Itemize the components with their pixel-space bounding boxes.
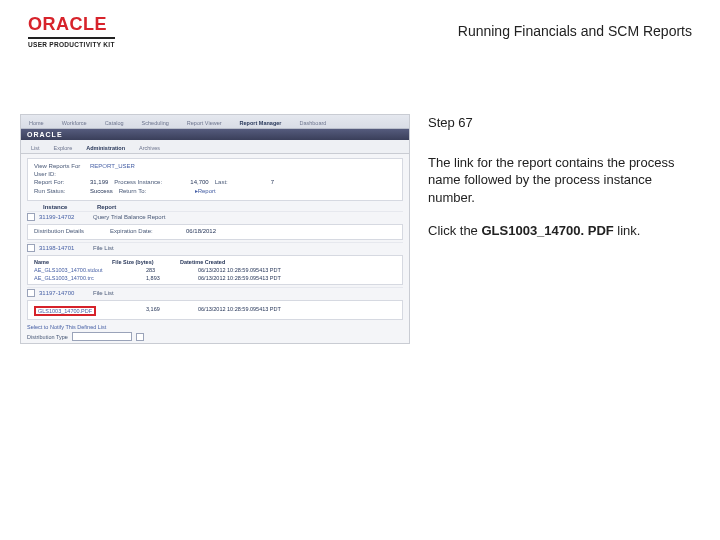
brand-block: ORACLE USER PRODUCTIVITY KIT	[28, 14, 115, 48]
return-to-value[interactable]: ▸Report	[195, 187, 216, 194]
action-suffix: link.	[614, 223, 641, 238]
dist-type-input[interactable]	[72, 332, 132, 341]
file-time: 06/13/2012 10:28:59.095413 PDT	[198, 306, 281, 316]
instruction-body: The link for the report contains the pro…	[428, 154, 692, 207]
subtab-list[interactable]: List	[27, 143, 44, 153]
app-brandbar: ORACLE	[21, 129, 409, 140]
tab-report-manager[interactable]: Report Manager	[236, 118, 286, 128]
action-prefix: Click the	[428, 223, 481, 238]
page-header: ORACLE USER PRODUCTIVITY KIT Running Fin…	[0, 0, 720, 54]
app-top-tabbar: Home Workforce Catalog Scheduling Report…	[21, 115, 409, 129]
run-status-label: Run Status:	[34, 188, 84, 194]
view-reports-label: View Reports For	[34, 163, 84, 169]
file-col-name: Name	[34, 259, 104, 265]
file-row: GLS1003_14700.PDF 3,169 06/13/2012 10:28…	[34, 306, 396, 316]
process-instance-label: Process Instance:	[114, 179, 184, 185]
expiration-label: Expiration Date:	[110, 228, 180, 234]
row-report-name: Query Trial Balance Report	[93, 214, 403, 220]
row-instance[interactable]: 31199-14702	[39, 214, 89, 220]
brand-oracle: ORACLE	[28, 14, 107, 35]
row-checkbox[interactable]	[27, 289, 35, 297]
action-link-name: GLS1003_14700. PDF	[481, 223, 613, 238]
subtab-archives[interactable]: Archives	[135, 143, 164, 153]
run-status-value: Success	[90, 188, 113, 194]
file-size: 3,169	[146, 306, 186, 316]
file-col-size: File Size (bytes)	[112, 259, 172, 265]
row-checkbox[interactable]	[27, 213, 35, 221]
lookup-icon[interactable]	[136, 333, 144, 341]
row-instance[interactable]: 31197-14700	[39, 290, 89, 296]
user-id-label: User ID:	[34, 171, 84, 177]
tab-scheduling[interactable]: Scheduling	[138, 118, 173, 128]
view-reports-value[interactable]: REPORT_USER	[90, 163, 135, 169]
tab-home[interactable]: Home	[25, 118, 48, 128]
file-time: 06/13/2012 10:28:59.095413 PDT	[198, 267, 281, 273]
list-row[interactable]: 31197-14700 File List	[27, 287, 403, 298]
row-instance[interactable]: 31198-14701	[39, 245, 89, 251]
report-for-label: Report For:	[34, 179, 84, 185]
notify-link[interactable]: Select to Notify This Defined List	[27, 324, 403, 330]
brand-upk: USER PRODUCTIVITY KIT	[28, 37, 115, 48]
list-row[interactable]: 31199-14702 Query Trial Balance Report	[27, 211, 403, 222]
instruction-column: Step 67 The link for the report contains…	[428, 114, 692, 344]
process-instance-value: 14,700	[190, 179, 208, 185]
app-sub-tabs: List Explore Administration Archives	[21, 140, 409, 154]
panel-footer: Select to Notify This Defined List Distr…	[27, 324, 403, 344]
file-list-1: Name File Size (bytes) Datetime Created …	[27, 255, 403, 285]
page-title: Running Financials and SCM Reports	[115, 23, 692, 39]
subtab-explore[interactable]: Explore	[50, 143, 77, 153]
last-label: Last:	[215, 179, 265, 185]
file-col-time: Datetime Created	[180, 259, 270, 265]
file-row: AE_GLS1003_14700.stdout 283 06/13/2012 1…	[34, 267, 396, 273]
file-link-highlighted[interactable]: GLS1003_14700.PDF	[34, 306, 96, 316]
instruction-action: Click the GLS1003_14700. PDF link.	[428, 222, 692, 240]
report-for-value: 31,199	[90, 179, 108, 185]
distribution-details: Distribution Details Expiration Date: 06…	[27, 224, 403, 240]
row-checkbox[interactable]	[27, 244, 35, 252]
expiration-value: 06/18/2012	[186, 228, 216, 234]
tab-workforce[interactable]: Workforce	[58, 118, 91, 128]
return-to-label: Return To:	[119, 188, 189, 194]
col-instance: Instance	[43, 204, 93, 210]
file-list-2: GLS1003_14700.PDF 3,169 06/13/2012 10:28…	[27, 300, 403, 320]
last-value: 7	[271, 179, 274, 185]
tab-catalog[interactable]: Catalog	[101, 118, 128, 128]
file-link[interactable]: AE_GLS1003_14700.trc	[34, 275, 134, 281]
file-size: 1,893	[146, 275, 186, 281]
tab-report-viewer[interactable]: Report Viewer	[183, 118, 226, 128]
file-row: AE_GLS1003_14700.trc 1,893 06/13/2012 10…	[34, 275, 396, 281]
row-report-name: File List	[93, 245, 403, 251]
file-link[interactable]: AE_GLS1003_14700.stdout	[34, 267, 134, 273]
filter-form: View Reports For REPORT_USER User ID: Re…	[27, 158, 403, 201]
col-report: Report	[97, 204, 403, 210]
dist-details-label: Distribution Details	[34, 228, 104, 234]
step-label: Step 67	[428, 114, 692, 132]
report-list-header: Instance Report	[27, 204, 403, 210]
col-select	[27, 204, 39, 210]
dist-type-label: Distribution Type	[27, 334, 68, 340]
tab-dashboard[interactable]: Dashboard	[295, 118, 330, 128]
row-report-name: File List	[93, 290, 403, 296]
file-size: 283	[146, 267, 186, 273]
list-row[interactable]: 31198-14701 File List	[27, 242, 403, 253]
file-time: 06/13/2012 10:28:59.095413 PDT	[198, 275, 281, 281]
subtab-admin[interactable]: Administration	[82, 143, 129, 153]
embedded-app-panel: Home Workforce Catalog Scheduling Report…	[20, 114, 410, 344]
